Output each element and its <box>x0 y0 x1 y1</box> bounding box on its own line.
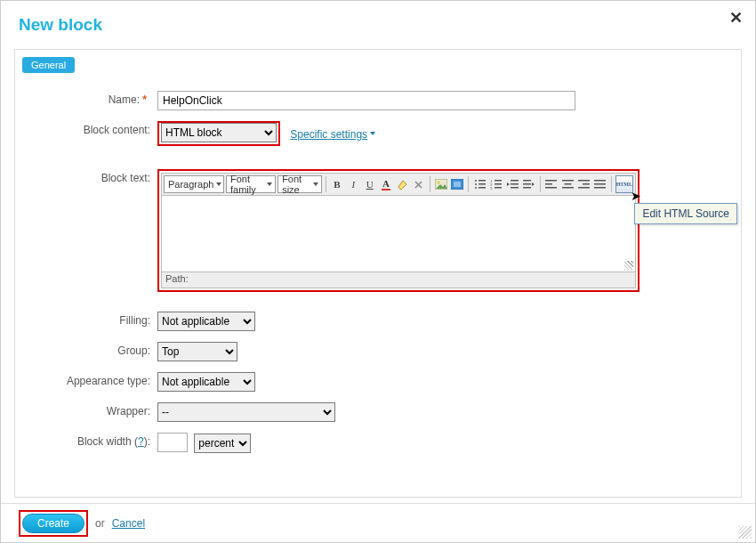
name-input[interactable] <box>157 91 575 110</box>
filling-select[interactable]: Not applicable <box>157 312 255 331</box>
svg-rect-23 <box>545 183 552 185</box>
dialog-title: New block <box>1 1 755 47</box>
cancel-link[interactable]: Cancel <box>112 517 145 530</box>
cursor-icon: ➤ <box>631 189 641 203</box>
underline-button[interactable]: U <box>362 175 376 193</box>
create-button[interactable]: Create <box>22 514 84 533</box>
label-group: Group: <box>31 342 157 357</box>
or-text: or <box>95 517 105 530</box>
bold-button[interactable]: B <box>330 175 344 193</box>
svg-text:3: 3 <box>490 186 493 190</box>
text-color-button[interactable]: A <box>379 175 393 193</box>
label-name: Name: <box>109 93 140 106</box>
svg-rect-27 <box>562 187 574 189</box>
align-right-button[interactable] <box>576 175 591 193</box>
svg-rect-3 <box>454 182 461 187</box>
svg-point-1 <box>437 182 439 184</box>
outdent-button[interactable] <box>505 175 519 193</box>
highlight-block-content: HTML block <box>157 121 280 146</box>
svg-rect-29 <box>583 183 590 185</box>
resize-handle-icon[interactable] <box>624 261 633 270</box>
label-filling: Filling: <box>31 312 157 327</box>
tab-general[interactable]: General <box>22 57 75 73</box>
font-size-select[interactable]: Font size <box>277 175 322 193</box>
svg-rect-24 <box>545 187 557 189</box>
svg-rect-28 <box>578 180 590 182</box>
highlight-create: Create <box>19 510 88 537</box>
svg-rect-22 <box>545 180 557 182</box>
specific-settings-link[interactable]: Specific settings <box>290 128 367 141</box>
svg-rect-19 <box>523 180 531 182</box>
wrapper-select[interactable]: -- <box>157 402 335 422</box>
align-left-button[interactable] <box>544 175 559 193</box>
label-wrapper: Wrapper: <box>31 402 157 417</box>
appearance-select[interactable]: Not applicable <box>157 372 255 392</box>
editor-path-bar: Path: <box>161 272 636 288</box>
bullet-list-button[interactable] <box>472 175 487 193</box>
svg-rect-16 <box>511 180 519 182</box>
block-content-select[interactable]: HTML block <box>161 123 277 142</box>
clear-format-button[interactable] <box>412 175 426 193</box>
editor-toolbar: Paragraph Font family Font size B I U A <box>161 173 636 196</box>
svg-rect-7 <box>479 183 486 185</box>
svg-point-4 <box>475 180 477 182</box>
indent-button[interactable] <box>521 175 535 193</box>
group-select[interactable]: Top <box>157 342 237 361</box>
bg-color-button[interactable] <box>395 175 409 193</box>
numbered-list-button[interactable]: 123 <box>489 175 503 193</box>
html-source-tooltip: Edit HTML Source <box>634 203 737 224</box>
align-justify-button[interactable] <box>593 175 607 193</box>
chevron-down-icon <box>370 132 375 135</box>
font-family-select[interactable]: Font family <box>226 175 276 193</box>
svg-rect-26 <box>564 183 571 185</box>
close-icon[interactable]: ✕ <box>729 8 743 28</box>
svg-rect-15 <box>495 187 502 189</box>
svg-rect-33 <box>594 187 606 189</box>
label-appearance: Appearance type: <box>31 372 157 387</box>
svg-point-8 <box>475 187 477 189</box>
rich-text-editor: Paragraph Font family Font size B I U A <box>161 173 636 288</box>
dialog-resize-icon[interactable] <box>739 526 752 539</box>
block-width-help-link[interactable]: ? <box>138 435 144 448</box>
svg-rect-20 <box>523 183 531 185</box>
svg-rect-30 <box>578 187 590 189</box>
dialog-body-scroll[interactable]: General Name: * Block content: HTML bloc… <box>14 49 742 498</box>
insert-media-button[interactable] <box>450 175 464 193</box>
label-block-text: Block text: <box>31 169 157 184</box>
svg-rect-31 <box>594 180 606 182</box>
insert-image-button[interactable] <box>434 175 448 193</box>
svg-rect-32 <box>594 183 606 185</box>
svg-rect-18 <box>511 187 519 189</box>
block-width-input[interactable] <box>157 433 188 452</box>
label-block-content: Block content: <box>31 121 157 136</box>
svg-rect-11 <box>495 180 502 182</box>
required-icon: * <box>142 93 147 106</box>
svg-point-6 <box>475 183 477 185</box>
svg-rect-17 <box>511 183 519 185</box>
paragraph-select[interactable]: Paragraph <box>164 175 224 193</box>
svg-rect-9 <box>479 187 486 189</box>
svg-rect-25 <box>562 180 574 182</box>
svg-rect-5 <box>479 180 486 182</box>
label-block-width: Block width (?): <box>31 433 157 448</box>
tab-bar: General <box>15 50 741 77</box>
dialog-footer: Create or Cancel <box>1 503 755 542</box>
align-center-button[interactable] <box>560 175 575 193</box>
block-width-unit-select[interactable]: percent <box>194 434 251 453</box>
italic-button[interactable]: I <box>346 175 360 193</box>
highlight-editor: Paragraph Font family Font size B I U A <box>157 169 639 292</box>
svg-rect-13 <box>495 183 502 185</box>
new-block-dialog: ✕ New block General Name: * Block conten… <box>0 0 756 543</box>
editor-textarea[interactable] <box>161 196 636 272</box>
form: Name: * Block content: HTML block Specif… <box>15 77 741 476</box>
svg-rect-21 <box>523 187 531 189</box>
